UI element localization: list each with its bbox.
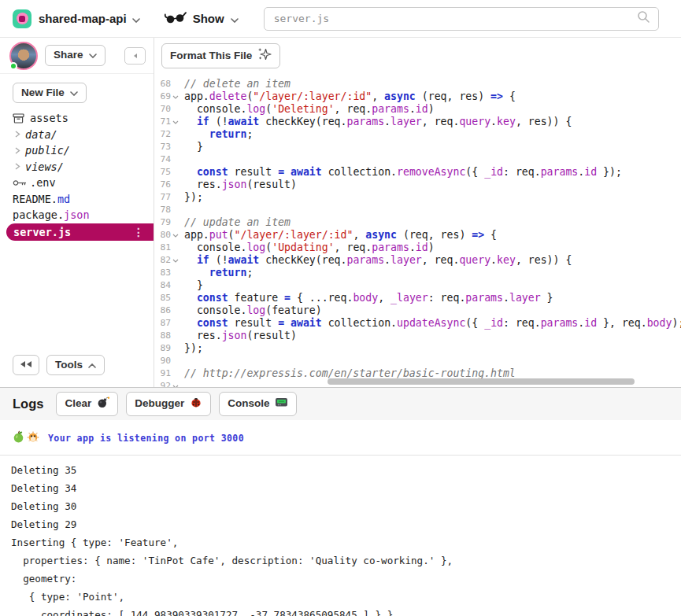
user-avatar[interactable] [9, 42, 38, 70]
code-text: return; [180, 128, 253, 141]
code-line-74[interactable]: 74 [154, 153, 681, 166]
new-file-button[interactable]: New File [13, 83, 87, 103]
code-text: const result = await collection.updateAs… [180, 317, 681, 330]
file-item-public-[interactable]: public/ [0, 142, 154, 159]
tools-button[interactable]: Tools [46, 355, 105, 375]
sparkle-icon [257, 47, 272, 65]
line-number: 87 [154, 317, 171, 330]
code-line-83[interactable]: 83 return; [154, 267, 681, 279]
project-logo-icon[interactable] [13, 9, 31, 28]
code-line-87[interactable]: 87 const result = await collection.updat… [154, 317, 681, 330]
code-line-81[interactable]: 81 console.log('Updating', req.params.id… [154, 242, 681, 254]
chevron-right-icon [15, 163, 25, 170]
file-name: README. [13, 193, 57, 205]
project-name-menu[interactable]: shared-map-api [39, 12, 140, 25]
code-line-80[interactable]: 80app.put("/layer/:layer/:id", async (re… [154, 229, 681, 242]
code-line-73[interactable]: 73 } [154, 141, 681, 153]
line-number: 81 [154, 242, 171, 254]
green-apple-icon [13, 430, 24, 445]
code-line-72[interactable]: 72 return; [154, 128, 681, 141]
sidebar-header: Share [0, 38, 154, 74]
code-line-76[interactable]: 76 res.json(result) [154, 179, 681, 191]
file-item-package.json[interactable]: package.json [0, 207, 154, 223]
code-line-71[interactable]: 71 if (!await checkKey(req.params.layer,… [154, 116, 681, 128]
fold-chevron-icon[interactable] [171, 120, 180, 124]
file-name: assets [30, 112, 68, 124]
code-text: }); [180, 342, 203, 355]
code-text: console.log(feature) [180, 304, 322, 317]
file-name: package. [13, 208, 64, 221]
code-text: app.delete("/layer/:layer/:id", async (r… [180, 90, 516, 103]
format-file-label: Format This File [170, 50, 252, 62]
code-text: console.log('Deleting', req.params.id) [180, 103, 435, 116]
file-extension: md [57, 193, 70, 205]
logo-ring [17, 13, 28, 24]
code-line-82[interactable]: 82 if (!await checkKey(req.params.layer,… [154, 254, 681, 267]
file-tree: assetsdata/public/views/.envREADME.mdpac… [0, 110, 154, 241]
code-line-88[interactable]: 88 res.json(result) [154, 330, 681, 342]
file-item-data-[interactable]: data/ [0, 127, 154, 143]
rewind-button[interactable] [13, 355, 39, 375]
button-label: Console [228, 397, 269, 410]
code-editor[interactable]: 68// delete an item69app.delete("/layer/… [154, 74, 681, 387]
file-name: server.js [13, 226, 71, 238]
project-name: shared-map-api [39, 12, 127, 25]
file-item-server.js[interactable]: server.js⋮ [6, 223, 154, 241]
file-options-kebab-icon[interactable]: ⋮ [133, 226, 144, 238]
log-line: geometry: [11, 573, 670, 591]
file-item-.env[interactable]: .env [0, 175, 154, 191]
code-line-69[interactable]: 69app.delete("/layer/:layer/:id", async … [154, 90, 681, 103]
share-label: Share [54, 49, 83, 61]
code-line-79[interactable]: 79// update an item [154, 216, 681, 229]
file-item-assets[interactable]: assets [0, 110, 154, 127]
console-button[interactable]: Console [219, 392, 297, 415]
chevron-down-icon [231, 12, 239, 25]
code-line-77[interactable]: 77}); [154, 191, 681, 204]
fold-chevron-icon[interactable] [171, 385, 180, 388]
file-item-views-[interactable]: views/ [0, 159, 154, 175]
code-text: }); [180, 191, 203, 204]
line-number: 70 [154, 103, 171, 116]
clear-button[interactable]: Clear [56, 392, 118, 415]
code-line-89[interactable]: 89}); [154, 342, 681, 355]
logs-header: Logs ClearDebuggerConsole [0, 388, 681, 420]
file-name: data/ [25, 128, 57, 141]
file-search-box [264, 7, 659, 31]
line-number: 90 [154, 355, 171, 367]
collapse-sidebar-button[interactable] [124, 47, 146, 65]
button-label: Clear [65, 397, 91, 410]
code-text: } [180, 141, 203, 153]
debugger-button[interactable]: Debugger [126, 392, 211, 415]
line-number: 79 [154, 216, 171, 229]
code-line-70[interactable]: 70 console.log('Deleting', req.params.id… [154, 103, 681, 116]
horizontal-scrollbar[interactable] [328, 378, 635, 385]
app-status-line: Your app is listening on port 3000 [0, 420, 681, 456]
code-line-68[interactable]: 68// delete an item [154, 78, 681, 90]
file-item-README.md[interactable]: README.md [0, 191, 154, 208]
rewind-icon [20, 359, 32, 371]
code-line-84[interactable]: 84 } [154, 279, 681, 292]
code-text: // delete an item [180, 78, 291, 90]
log-line: coordinates: [ 144.98390339301727, -37.7… [11, 609, 670, 616]
line-number: 86 [154, 304, 171, 317]
log-line: { type: 'Point', [11, 591, 670, 609]
file-search-input[interactable] [272, 12, 637, 25]
code-text: const feature = { ...req.body, _layer: r… [180, 292, 553, 304]
fold-chevron-icon[interactable] [171, 234, 180, 238]
code-line-78[interactable]: 78 [154, 204, 681, 216]
code-line-85[interactable]: 85 const feature = { ...req.body, _layer… [154, 292, 681, 304]
line-number: 76 [154, 179, 171, 191]
code-text: if (!await checkKey(req.params.layer, re… [180, 116, 572, 128]
log-output: Deleting 35Deleting 34Deleting 30Deletin… [0, 456, 681, 616]
format-file-button[interactable]: Format This File [161, 43, 280, 68]
code-line-75[interactable]: 75 const result = await collection.remov… [154, 166, 681, 179]
code-line-86[interactable]: 86 console.log(feature) [154, 304, 681, 317]
logs-panel: Logs ClearDebuggerConsole Your app is li… [0, 387, 681, 616]
line-number: 69 [154, 90, 171, 103]
fold-chevron-icon[interactable] [171, 259, 180, 263]
fold-chevron-icon[interactable] [171, 95, 180, 99]
code-line-90[interactable]: 90 [154, 355, 681, 367]
show-menu-button[interactable]: Show [159, 10, 243, 28]
share-button[interactable]: Share [45, 45, 105, 65]
chevron-down-icon [70, 87, 78, 99]
